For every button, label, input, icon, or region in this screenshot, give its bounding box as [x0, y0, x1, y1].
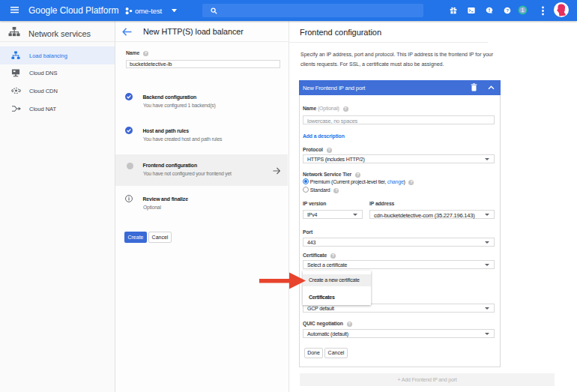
svg-text:1: 1: [522, 7, 525, 13]
svg-text:?: ?: [506, 8, 509, 13]
